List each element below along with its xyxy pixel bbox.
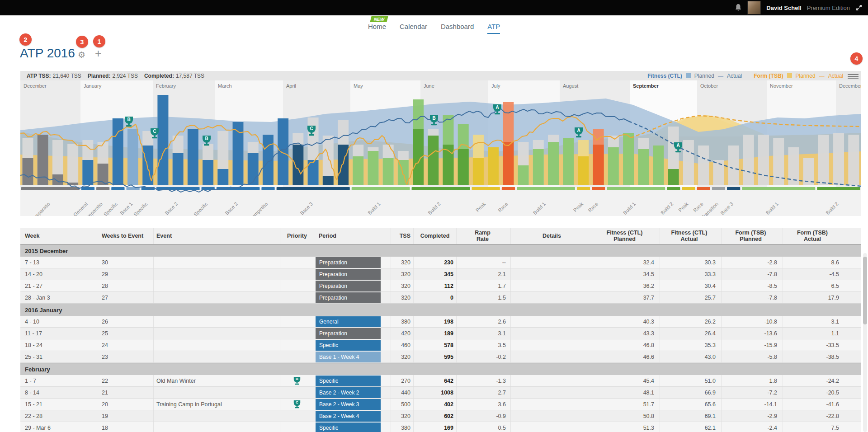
period-strip-segment[interactable] xyxy=(727,187,740,190)
table-row[interactable]: 25 - 3123Base 1 - Week 4320595-0.246.643… xyxy=(20,351,861,363)
period-badge[interactable]: Base 1 - Week 4 xyxy=(316,352,381,362)
period-badge[interactable]: Specific xyxy=(316,423,381,432)
week-bar-completed[interactable] xyxy=(518,165,529,185)
period-badge[interactable]: Base 2 - Week 4 xyxy=(316,411,381,422)
table-row[interactable]: 29 - Mar 618Specific3801690.551.362.1-2.… xyxy=(20,422,861,432)
week-bar-completed[interactable] xyxy=(578,156,589,185)
period-strip-segment[interactable] xyxy=(607,187,665,190)
period-strip-segment[interactable] xyxy=(682,187,695,190)
avatar[interactable] xyxy=(747,1,761,14)
col-ctl-planned[interactable]: Fitness (CTL) Planned xyxy=(592,228,660,244)
table-row[interactable]: 7 - 1330Preparation320230--32.430.3-2.88… xyxy=(20,257,861,268)
week-bar-completed[interactable] xyxy=(623,133,634,185)
period-strip-segment[interactable] xyxy=(667,187,680,190)
col-tsb-planned[interactable]: Form (TSB) Planned xyxy=(722,228,783,244)
period-strip-segment[interactable] xyxy=(712,187,725,190)
week-bar-completed[interactable] xyxy=(593,145,604,185)
atp-chart[interactable]: DecemberJanuaryFebruaryMarchAprilMayJune… xyxy=(20,80,861,216)
period-badge[interactable]: Preparation xyxy=(316,328,381,339)
nav-calendar[interactable]: Calendar xyxy=(400,23,427,34)
col-tss[interactable]: TSS xyxy=(391,228,414,244)
week-bar-planned[interactable] xyxy=(698,146,709,185)
col-tsb-actual[interactable]: Form (TSB) Actual xyxy=(783,228,844,244)
add-plan-button[interactable]: + xyxy=(95,47,102,60)
week-bar-planned[interactable] xyxy=(728,146,739,185)
table-row[interactable]: 11 - 1725Preparation4201893.143.326.4-13… xyxy=(20,328,861,339)
week-bar-completed[interactable] xyxy=(653,146,664,185)
period-strip-segment[interactable] xyxy=(261,187,274,190)
period-strip-segment[interactable] xyxy=(472,187,500,190)
period-strip-segment[interactable] xyxy=(412,187,470,190)
week-bar-completed[interactable] xyxy=(428,136,439,185)
col-ramp-rate[interactable]: Ramp Rate xyxy=(457,228,511,244)
week-bar-completed[interactable] xyxy=(368,151,378,185)
week-bar-completed[interactable] xyxy=(217,169,228,185)
user-name[interactable]: David Schell xyxy=(766,5,801,11)
period-strip-segment[interactable] xyxy=(517,187,575,190)
week-bar-completed[interactable] xyxy=(638,149,649,185)
week-bar-planned[interactable] xyxy=(758,135,769,185)
week-bar-planned[interactable] xyxy=(848,135,859,185)
week-bar-completed[interactable] xyxy=(548,142,559,185)
week-bar-completed[interactable] xyxy=(353,156,363,185)
week-bar-planned[interactable] xyxy=(67,144,78,185)
week-bar-completed[interactable] xyxy=(248,153,259,185)
period-badge[interactable]: Specific xyxy=(316,376,381,386)
period-strip-segment[interactable] xyxy=(697,187,710,190)
week-bar-completed[interactable] xyxy=(127,129,138,185)
gear-icon[interactable]: ⚙ xyxy=(78,50,85,60)
week-bar-completed[interactable] xyxy=(23,158,33,185)
period-strip-segment[interactable] xyxy=(742,187,815,190)
week-bar-planned[interactable] xyxy=(743,135,754,185)
week-bar-completed[interactable] xyxy=(503,142,514,185)
period-strip-segment[interactable] xyxy=(96,187,109,190)
period-strip-segment[interactable] xyxy=(352,187,410,190)
week-bar-completed[interactable] xyxy=(113,118,123,185)
week-bar-completed[interactable] xyxy=(52,174,63,185)
week-bar-completed[interactable] xyxy=(458,149,469,185)
col-week[interactable]: Week xyxy=(20,228,97,244)
scrollbar-thumb[interactable] xyxy=(863,257,867,324)
period-strip-segment[interactable] xyxy=(111,187,124,190)
table-row[interactable]: 21 - 2728Preparation3201121.736.230.4-8.… xyxy=(20,280,861,292)
week-bar-completed[interactable] xyxy=(488,147,499,185)
week-bar-completed[interactable] xyxy=(157,95,168,185)
period-strip-segment[interactable] xyxy=(577,187,590,190)
period-badge[interactable]: Base 2 - Week 2 xyxy=(316,387,381,398)
nav-home[interactable]: Home xyxy=(368,23,386,34)
col-priority[interactable]: Priority xyxy=(280,228,314,244)
period-strip-segment[interactable] xyxy=(592,187,605,190)
chart-menu-icon[interactable] xyxy=(848,73,859,80)
week-bar-completed[interactable] xyxy=(563,138,574,185)
week-bar-planned[interactable] xyxy=(683,140,694,185)
table-row[interactable]: 8 - 1421Base 2 - Week 244010082.748.166.… xyxy=(20,387,861,399)
week-bar-planned[interactable] xyxy=(818,135,829,185)
table-row[interactable]: 1 - 722Old Man WinterBSpecific270642-1.3… xyxy=(20,375,861,387)
period-strip-segment[interactable] xyxy=(81,187,94,190)
col-ctl-actual[interactable]: Fitness (CTL) Actual xyxy=(660,228,722,244)
col-details[interactable]: Details xyxy=(511,228,592,244)
week-bar-completed[interactable] xyxy=(668,169,679,185)
table-row[interactable]: 22 - 2819Base 2 - Week 4320602-0.950.869… xyxy=(20,410,861,422)
week-bar-planned[interactable] xyxy=(833,133,844,185)
table-row[interactable]: 15 - 2120Training Camp in PortugalCBase … xyxy=(20,399,861,410)
week-bar-completed[interactable] xyxy=(203,160,213,185)
period-strip-segment[interactable] xyxy=(21,187,80,190)
nav-atp[interactable]: ATP xyxy=(487,23,500,34)
nav-dashboard[interactable]: Dashboard xyxy=(441,23,474,34)
week-bar-completed[interactable] xyxy=(173,153,184,185)
col-completed[interactable]: Completed xyxy=(414,228,457,244)
period-badge[interactable]: Preparation xyxy=(316,257,381,268)
period-badge[interactable]: Specific xyxy=(316,340,381,351)
week-bar-completed[interactable] xyxy=(82,160,93,185)
fullscreen-expand-icon[interactable] xyxy=(855,4,863,11)
col-weeks-to-event[interactable]: Weeks to Event xyxy=(97,228,154,244)
col-period[interactable]: Period xyxy=(314,228,391,244)
period-strip-segment[interactable] xyxy=(277,187,350,190)
period-strip-segment[interactable] xyxy=(502,187,515,190)
period-badge[interactable]: Preparation xyxy=(316,292,381,303)
week-bar-completed[interactable] xyxy=(323,176,334,185)
period-strip-segment[interactable] xyxy=(817,187,860,190)
period-badge[interactable]: Preparation xyxy=(316,269,381,280)
table-row[interactable]: 14 - 2029Preparation3203452.134.533.3-7.… xyxy=(20,268,861,280)
